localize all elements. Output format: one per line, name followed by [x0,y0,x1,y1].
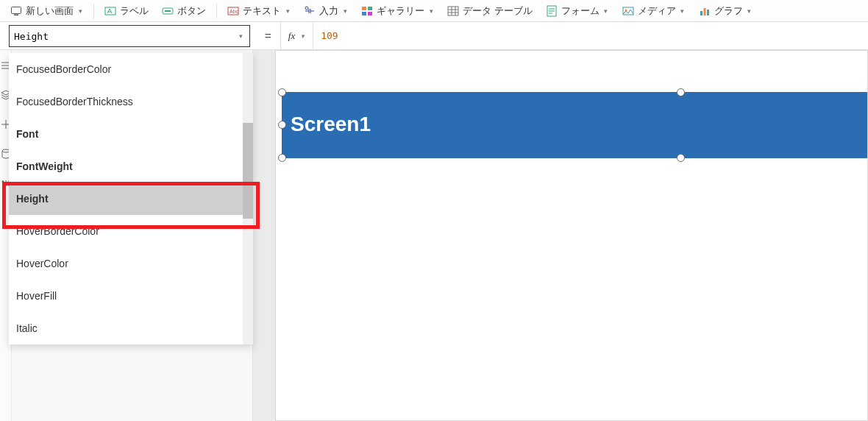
canvas-viewport: Screen1 [253,50,868,421]
svg-rect-4 [165,10,171,12]
property-input[interactable] [14,31,238,42]
formula-bar: ▾ = fx ▾ 109 [0,22,868,50]
dropdown-item[interactable]: FontWeight [9,150,253,183]
toolbar-label: メディア [638,4,676,18]
chevron-down-icon: ▾ [747,8,753,14]
selection-handle[interactable] [677,88,685,96]
toolbar-label: ギャラリー [377,4,424,18]
separator [93,4,94,18]
svg-rect-1 [14,14,18,15]
toolbar-label: データ テーブル [463,4,533,18]
svg-rect-12 [448,7,458,15]
insert-toolbar: 新しい画面 ▾ ラベル ボタン Abc テキスト ▾ 入力 ▾ ギャラリー ▾ [0,0,868,22]
svg-rect-17 [703,8,705,15]
selection-handle[interactable] [677,154,685,162]
dropdown-item[interactable]: HoverFill [9,280,253,312]
chevron-down-icon: ▾ [77,8,83,14]
svg-rect-8 [362,7,366,10]
insert-form-menu[interactable]: フォーム ▾ [540,1,615,21]
svg-rect-9 [368,7,372,10]
chevron-down-icon: ▾ [285,8,291,14]
design-canvas[interactable]: Screen1 [275,50,868,421]
svg-point-19 [2,149,10,152]
selection-handle[interactable] [278,154,286,162]
svg-rect-18 [707,10,709,15]
svg-point-21 [4,184,7,186]
fx-label: fx [288,30,295,42]
chevron-down-icon: ▾ [299,33,305,39]
button-icon [162,5,174,17]
selection-handle[interactable] [278,88,286,96]
svg-point-20 [1,181,4,183]
chevron-down-icon: ▾ [342,8,348,14]
header-rectangle[interactable]: Screen1 [282,92,867,158]
dropdown-item[interactable]: Font [9,118,253,150]
insert-media-menu[interactable]: メディア ▾ [616,1,691,21]
equals-label: = [256,22,280,49]
table-icon [447,5,459,17]
toolbar-label: グラフ [714,4,743,18]
svg-point-7 [305,7,308,10]
media-icon [622,5,634,17]
property-dropdown: FocusedBorderColor FocusedBorderThicknes… [9,53,253,344]
chart-icon [699,5,711,17]
insert-text-menu[interactable]: Abc テキスト ▾ [221,1,296,21]
svg-rect-11 [368,12,372,15]
screen-icon [10,5,22,17]
fx-button[interactable]: fx ▾ [280,22,313,49]
dropdown-scroll-thumb[interactable] [243,123,253,219]
chevron-down-icon: ▾ [238,33,243,39]
toolbar-label: フォーム [561,4,600,18]
insert-input-menu[interactable]: 入力 ▾ [298,1,354,21]
chevron-down-icon: ▾ [428,8,434,14]
selection-handle[interactable] [278,121,286,129]
dropdown-item-selected[interactable]: Height [9,183,253,215]
toolbar-label: 入力 [319,4,338,18]
new-screen-menu[interactable]: 新しい画面 ▾ [4,1,89,21]
property-selector[interactable]: ▾ [9,25,250,47]
toolbar-label: ボタン [177,4,206,18]
dropdown-item[interactable]: HoverBorderColor [9,215,253,247]
insert-chart-menu[interactable]: グラフ ▾ [693,1,758,21]
chevron-down-icon: ▾ [603,8,609,14]
label-icon [104,5,116,17]
insert-button[interactable]: ボタン [156,1,212,21]
dropdown-item[interactable]: Italic [9,312,253,344]
input-icon [304,5,316,17]
formula-input[interactable]: 109 [313,22,345,49]
separator [216,4,217,18]
screen-title-label: Screen1 [282,92,867,136]
toolbar-label: ラベル [120,4,149,18]
form-icon [546,5,558,17]
insert-datatable[interactable]: データ テーブル [441,1,538,21]
svg-rect-16 [700,11,702,15]
svg-rect-0 [12,7,21,13]
svg-text:Abc: Abc [230,9,239,14]
dropdown-item[interactable]: HoverColor [9,247,253,280]
text-icon: Abc [227,5,239,17]
chevron-down-icon: ▾ [680,8,686,14]
toolbar-label: 新しい画面 [26,4,74,18]
gallery-icon [361,5,373,17]
dropdown-item[interactable]: FocusedBorderColor [9,53,253,85]
insert-gallery-menu[interactable]: ギャラリー ▾ [355,1,440,21]
svg-rect-10 [362,12,366,15]
toolbar-label: テキスト [243,4,281,18]
dropdown-item[interactable]: FocusedBorderThickness [9,85,253,118]
insert-label[interactable]: ラベル [99,1,154,21]
